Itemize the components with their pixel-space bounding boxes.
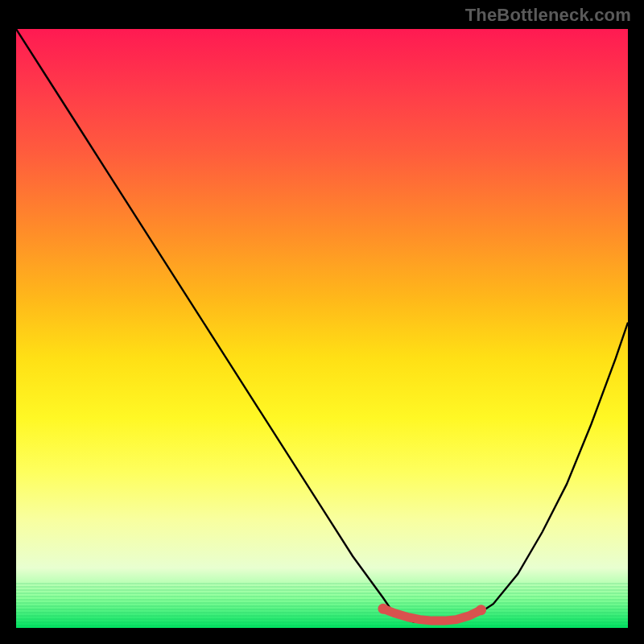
bottleneck-curve bbox=[16, 29, 628, 622]
valley-marker-dot bbox=[476, 605, 486, 615]
valley-marker-path bbox=[383, 609, 481, 621]
valley-marker-dot bbox=[378, 604, 389, 614]
watermark-text: TheBottleneck.com bbox=[465, 5, 631, 26]
valley-markers bbox=[378, 604, 487, 621]
curve-layer bbox=[16, 29, 628, 628]
chart-frame: TheBottleneck.com bbox=[0, 0, 644, 644]
plot-area bbox=[16, 29, 628, 628]
